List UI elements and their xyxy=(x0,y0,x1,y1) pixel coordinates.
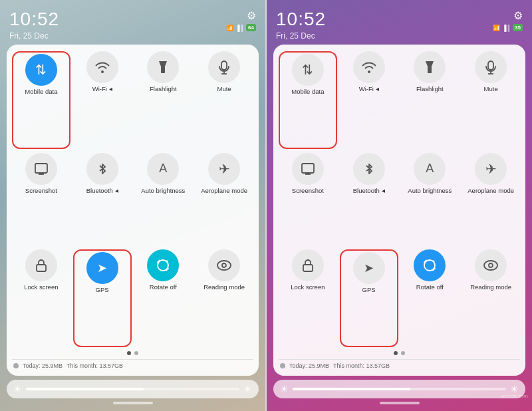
left-flashlight-label: Flashlight xyxy=(150,85,177,92)
right-battery: 35 xyxy=(513,24,523,31)
left-rotate-off-icon xyxy=(147,249,179,281)
right-item-reading-mode[interactable]: Reading mode xyxy=(462,249,520,347)
right-gear-icon[interactable]: ⚙ xyxy=(513,9,523,22)
left-gps-icon: ➤ xyxy=(86,252,118,284)
right-item-mute[interactable]: Mute xyxy=(462,51,520,149)
left-bluetooth-label: Bluetooth ◂ xyxy=(86,187,118,194)
svg-point-19 xyxy=(489,263,493,267)
left-status-icons: 📶 ▐║ 64 xyxy=(226,24,256,31)
left-item-auto-brightness[interactable]: A Auto brightness xyxy=(134,153,193,245)
right-data-today: Today: 25.9MB xyxy=(289,362,329,369)
left-dot-2 xyxy=(134,351,138,355)
right-flashlight-icon xyxy=(414,51,446,83)
right-mute-icon xyxy=(475,51,507,83)
right-item-lock-screen[interactable]: Lock screen xyxy=(279,249,337,347)
right-auto-brightness-label: Auto brightness xyxy=(408,187,452,194)
left-date: Fri, 25 Dec xyxy=(9,31,59,41)
left-lock-screen-icon xyxy=(25,249,57,281)
right-signal-icon: 📶 xyxy=(493,25,500,31)
right-gps-label: GPS xyxy=(362,286,376,293)
right-panel: 10:52 Fri, 25 Dec ⚙ 📶 ▐║ 35 ⇅ Mobile dat… xyxy=(267,0,532,411)
right-item-gps[interactable]: ➤ GPS xyxy=(340,249,398,347)
left-mute-label: Mute xyxy=(217,85,231,92)
right-mobile-data-icon: ⇅ xyxy=(292,54,324,86)
right-data-info: Today: 25.9MB This month: 13.57GB xyxy=(279,359,520,370)
right-item-screenshot[interactable]: Screenshot xyxy=(279,153,337,245)
right-item-flashlight[interactable]: Flashlight xyxy=(401,51,460,149)
left-status-bar: 10:52 Fri, 25 Dec ⚙ 📶 ▐║ 64 xyxy=(7,8,259,45)
right-item-rotate-off[interactable]: Rotate off xyxy=(401,249,460,347)
left-brightness-fill xyxy=(26,388,144,390)
right-dot-2 xyxy=(401,351,405,355)
left-brightness-track xyxy=(26,388,239,390)
left-item-lock-screen[interactable]: Lock screen xyxy=(12,249,70,347)
left-mobile-data-label: Mobile data xyxy=(25,88,57,95)
left-battery: 64 xyxy=(246,24,256,31)
left-auto-brightness-label: Auto brightness xyxy=(141,187,185,194)
left-item-mute[interactable]: Mute xyxy=(195,51,253,149)
right-item-mobile-data[interactable]: ⇅ Mobile data xyxy=(279,51,337,149)
svg-rect-7 xyxy=(37,265,46,271)
left-brightness-bar[interactable]: ☀ ☀ xyxy=(7,380,259,398)
right-brightness-low-icon: ☀ xyxy=(280,384,289,394)
left-mobile-data-icon: ⇅ xyxy=(25,54,57,86)
svg-rect-1 xyxy=(161,67,165,73)
right-brightness-bar[interactable]: ☀ ☀ xyxy=(273,380,525,398)
left-reading-mode-icon xyxy=(208,249,240,281)
right-item-auto-brightness[interactable]: A Auto brightness xyxy=(401,153,460,245)
left-panel: 10:52 Fri, 25 Dec ⚙ 📶 ▐║ 64 ⇅ Mobile dat… xyxy=(0,0,265,411)
left-quick-grid: ⇅ Mobile data Wi-Fi ◂ xyxy=(12,51,253,347)
left-item-aeroplane[interactable]: ✈ Aeroplane mode xyxy=(195,153,253,245)
right-bluetooth-label: Bluetooth ◂ xyxy=(353,187,385,194)
left-rotate-off-label: Rotate off xyxy=(150,283,177,291)
right-panel-dots xyxy=(279,351,520,355)
left-item-wifi[interactable]: Wi-Fi ◂ xyxy=(73,51,132,149)
left-status-right: ⚙ 📶 ▐║ 64 xyxy=(226,9,256,31)
left-item-reading-mode[interactable]: Reading mode xyxy=(195,249,253,347)
right-aeroplane-label: Aeroplane mode xyxy=(467,187,514,194)
left-item-screenshot[interactable]: Screenshot xyxy=(12,153,70,245)
left-item-bluetooth[interactable]: Bluetooth ◂ xyxy=(73,153,132,245)
right-rotate-off-label: Rotate off xyxy=(416,283,444,291)
svg-rect-11 xyxy=(428,67,432,73)
right-gps-icon: ➤ xyxy=(353,252,385,284)
left-data-month: This month: 13.57GB xyxy=(66,362,123,369)
right-time: 10:52 xyxy=(276,9,326,30)
left-quick-panel: ⇅ Mobile data Wi-Fi ◂ xyxy=(7,45,259,376)
left-wifi-icon xyxy=(86,51,118,83)
left-time-date: 10:52 Fri, 25 Dec xyxy=(9,9,59,41)
left-screenshot-label: Screenshot xyxy=(25,187,57,194)
right-aeroplane-icon: ✈ xyxy=(475,153,507,185)
left-item-mobile-data[interactable]: ⇅ Mobile data xyxy=(12,51,70,149)
left-panel-dots xyxy=(12,351,253,355)
left-auto-brightness-icon: A xyxy=(147,153,179,185)
right-quick-grid: ⇅ Mobile data Wi-Fi ◂ xyxy=(279,51,520,347)
right-rotate-off-icon xyxy=(414,249,446,281)
left-data-today: Today: 25.9MB xyxy=(23,362,63,369)
left-data-info: Today: 25.9MB This month: 13.57GB xyxy=(12,359,253,370)
svg-point-8 xyxy=(217,261,231,270)
right-screenshot-icon xyxy=(292,153,324,185)
left-screenshot-icon xyxy=(25,153,57,185)
right-mobile-data-label: Mobile data xyxy=(291,88,324,95)
right-item-bluetooth[interactable]: Bluetooth ◂ xyxy=(340,153,398,245)
right-screenshot-label: Screenshot xyxy=(292,187,324,194)
right-status-icons: 📶 ▐║ 35 xyxy=(493,24,523,31)
left-flashlight-icon xyxy=(147,51,179,83)
watermark: weedn.com xyxy=(501,393,528,399)
right-dot-1 xyxy=(394,351,398,355)
right-item-aeroplane[interactable]: ✈ Aeroplane mode xyxy=(462,153,520,245)
left-gps-label: GPS xyxy=(96,286,109,293)
right-item-wifi[interactable]: Wi-Fi ◂ xyxy=(340,51,398,149)
left-item-gps[interactable]: ➤ GPS xyxy=(73,249,132,347)
svg-point-9 xyxy=(222,263,226,267)
left-home-indicator xyxy=(113,402,153,404)
left-item-flashlight[interactable]: Flashlight xyxy=(134,51,193,149)
right-wifi-label: Wi-Fi ◂ xyxy=(359,85,379,92)
right-brightness-fill xyxy=(293,388,410,390)
right-mute-label: Mute xyxy=(484,85,498,92)
left-gear-icon[interactable]: ⚙ xyxy=(247,9,256,22)
right-reading-mode-icon xyxy=(475,249,507,281)
left-item-rotate-off[interactable]: Rotate off xyxy=(134,249,193,347)
right-lock-screen-icon xyxy=(292,249,324,281)
